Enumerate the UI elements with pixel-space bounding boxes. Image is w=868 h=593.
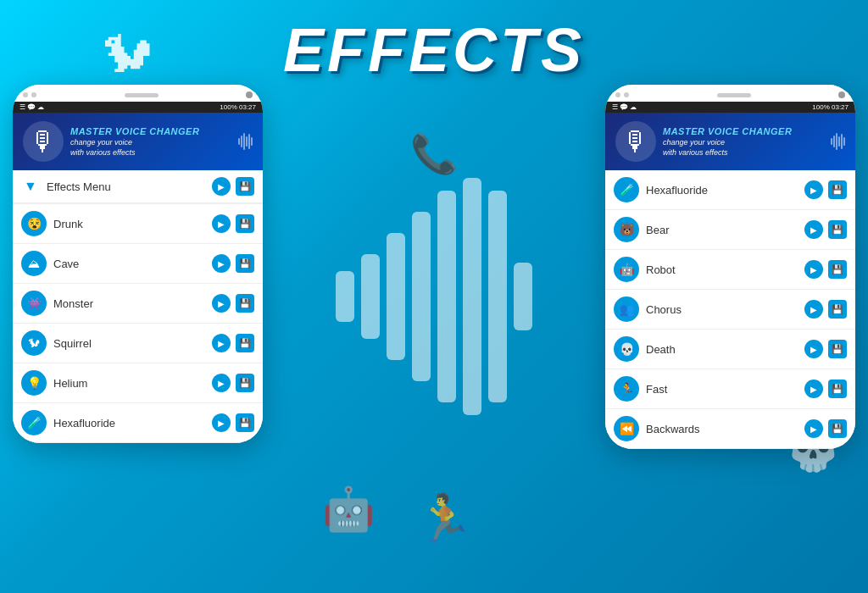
right-status-bar: ☰ 💬 ☁ 100% 03:27: [605, 102, 855, 113]
fast-save-button[interactable]: 💾: [828, 380, 847, 398]
chorus-actions: ▶ 💾: [804, 300, 847, 319]
right-phone-top: [605, 85, 855, 102]
squirrel-play-button[interactable]: ▶: [212, 334, 231, 352]
left-app-text: MASTER VOICE CHANGER change your voice w…: [70, 126, 199, 157]
left-app-title: MASTER VOICE CHANGER: [70, 126, 199, 136]
list-item[interactable]: 🧪 Hexafluoride ▶ 💾: [605, 170, 855, 210]
effects-menu-actions: ▶ 💾: [212, 177, 254, 196]
cave-play-button[interactable]: ▶: [212, 254, 231, 273]
right-app-sub2: with various effects: [663, 148, 792, 157]
bear-icon: 🐻: [614, 217, 639, 242]
backwards-play-button[interactable]: ▶: [804, 419, 823, 438]
hexafluoride-right-play-button[interactable]: ▶: [804, 180, 823, 199]
right-phone-camera: [838, 91, 845, 98]
list-item[interactable]: ⏪ Backwards ▶ 💾: [605, 409, 855, 449]
left-phone: ☰ 💬 ☁ 100% 03:27 🎙 MASTER VOICE CHANGER …: [13, 85, 263, 443]
right-app-title: MASTER VOICE CHANGER: [663, 126, 792, 136]
right-app-header: 🎙 MASTER VOICE CHANGER change your voice…: [605, 113, 855, 170]
drunk-label: Drunk: [53, 218, 205, 230]
death-play-button[interactable]: ▶: [804, 340, 823, 358]
helium-icon: 💡: [21, 370, 47, 396]
left-phone-top: [13, 85, 263, 102]
fast-actions: ▶ 💾: [804, 380, 847, 398]
bear-play-button[interactable]: ▶: [804, 220, 823, 239]
hexafluoride-right-label: Hexafluoride: [646, 184, 798, 197]
squirrel-decoration: 🐿: [102, 25, 153, 84]
list-item[interactable]: 👾 Monster ▶ 💾: [13, 284, 263, 324]
monster-save-button[interactable]: 💾: [236, 294, 254, 313]
left-status-info: 100% 03:27: [220, 103, 256, 111]
death-label: Death: [646, 343, 798, 356]
hexafluoride-left-icon: 🧪: [21, 410, 47, 435]
list-item[interactable]: 🐿 Squirrel ▶ 💾: [13, 324, 263, 363]
backwards-save-button[interactable]: 💾: [828, 419, 847, 438]
left-dot-2: [31, 92, 36, 97]
helium-play-button[interactable]: ▶: [212, 374, 231, 392]
death-icon: 💀: [614, 336, 639, 362]
drunk-icon: 😵: [21, 211, 47, 236]
cave-icon: ⛰: [21, 251, 47, 276]
left-dot-1: [23, 92, 28, 97]
effects-menu-item[interactable]: ▼ Effects Menu ▶ 💾: [13, 170, 263, 204]
monster-actions: ▶ 💾: [212, 294, 254, 313]
squirrel-save-button[interactable]: 💾: [236, 334, 254, 352]
drunk-play-button[interactable]: ▶: [212, 214, 231, 233]
right-app-text: MASTER VOICE CHANGER change your voice w…: [663, 126, 792, 157]
monster-play-button[interactable]: ▶: [212, 294, 231, 313]
fast-icon: 🏃: [614, 376, 639, 402]
monster-label: Monster: [53, 297, 205, 310]
hexafluoride-left-save-button[interactable]: 💾: [236, 413, 254, 432]
helium-save-button[interactable]: 💾: [236, 374, 254, 392]
right-dot-1: [615, 92, 620, 97]
left-status-bar: ☰ 💬 ☁ 100% 03:27: [13, 102, 263, 113]
drunk-actions: ▶ 💾: [212, 214, 254, 233]
list-item[interactable]: 🧪 Hexafluoride ▶ 💾: [13, 403, 263, 443]
backwards-actions: ▶ 💾: [804, 419, 847, 438]
robot-play-button[interactable]: ▶: [804, 260, 823, 279]
chorus-label: Chorus: [646, 303, 798, 316]
monster-icon: 👾: [21, 291, 47, 316]
bear-label: Bear: [646, 224, 798, 236]
page-title: EFFECTS: [283, 15, 585, 85]
left-phone-dots: [23, 92, 36, 97]
left-menu-list: ▼ Effects Menu ▶ 💾 😵 Drunk ▶ 💾 ⛰ Cave ▶ …: [13, 170, 263, 443]
list-item[interactable]: 💀 Death ▶ 💾: [605, 330, 855, 369]
list-item[interactable]: 👥 Chorus ▶ 💾: [605, 290, 855, 330]
hexafluoride-left-play-button[interactable]: ▶: [212, 413, 231, 432]
hexafluoride-left-label: Hexafluoride: [53, 417, 205, 430]
robot-save-button[interactable]: 💾: [828, 260, 847, 279]
left-phone-speaker: [125, 93, 159, 97]
helium-actions: ▶ 💾: [212, 374, 254, 392]
list-item[interactable]: 😵 Drunk ▶ 💾: [13, 204, 263, 244]
chorus-save-button[interactable]: 💾: [828, 300, 847, 319]
drunk-save-button[interactable]: 💾: [236, 214, 254, 233]
chorus-icon: 👥: [614, 296, 639, 322]
right-menu-list: 🧪 Hexafluoride ▶ 💾 🐻 Bear ▶ 💾 🤖 Robot ▶ …: [605, 170, 855, 449]
left-app-sub1: change your voice: [70, 138, 199, 147]
backwards-icon: ⏪: [614, 416, 639, 441]
effects-menu-save-button[interactable]: 💾: [236, 177, 254, 196]
left-app-sub2: with various effects: [70, 148, 199, 157]
bear-actions: ▶ 💾: [804, 220, 847, 239]
death-save-button[interactable]: 💾: [828, 340, 847, 358]
left-status-icons: ☰ 💬 ☁: [19, 103, 44, 111]
robot-icon: 🤖: [614, 257, 639, 282]
right-phone-dots: [615, 92, 629, 97]
helium-label: Helium: [53, 377, 205, 390]
bear-save-button[interactable]: 💾: [828, 220, 847, 239]
hexafluoride-right-save-button[interactable]: 💾: [828, 180, 847, 199]
right-app-sub1: change your voice: [663, 138, 792, 147]
chorus-play-button[interactable]: ▶: [804, 300, 823, 319]
fast-play-button[interactable]: ▶: [804, 380, 823, 398]
effects-menu-play-button[interactable]: ▶: [212, 177, 231, 196]
fast-label: Fast: [646, 383, 798, 396]
list-item[interactable]: ⛰ Cave ▶ 💾: [13, 244, 263, 284]
list-item[interactable]: 💡 Helium ▶ 💾: [13, 363, 263, 403]
list-item[interactable]: 🤖 Robot ▶ 💾: [605, 250, 855, 290]
cave-save-button[interactable]: 💾: [236, 254, 254, 273]
list-item[interactable]: 🐻 Bear ▶ 💾: [605, 210, 855, 250]
list-item[interactable]: 🏃 Fast ▶ 💾: [605, 369, 855, 409]
left-app-header: 🎙 MASTER VOICE CHANGER change your voice…: [13, 113, 263, 170]
chevron-down-icon: ▼: [21, 177, 40, 196]
backwards-label: Backwards: [646, 423, 798, 435]
